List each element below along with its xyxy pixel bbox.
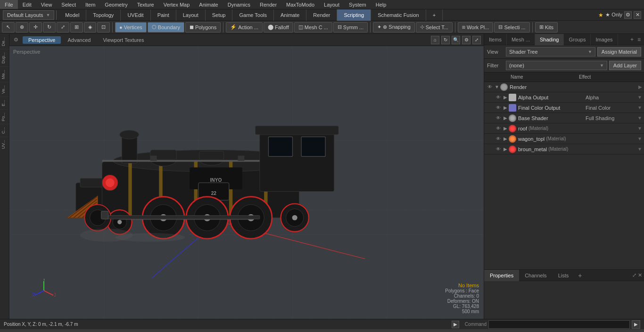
rp-tab-groups[interactable]: Groups (564, 34, 591, 45)
eye-broun[interactable]: 👁 (495, 146, 502, 153)
viewport-tab-advanced[interactable]: Advanced (62, 36, 96, 44)
menu-view[interactable]: View (36, 0, 57, 9)
wagon-arrow[interactable]: ▼ (637, 136, 642, 141)
rp-tab-items[interactable]: Items (484, 34, 507, 45)
broun-arrow[interactable]: ▼ (637, 146, 642, 152)
left-tab-uv[interactable]: UV... (0, 137, 9, 152)
layout-tab-gametools[interactable]: Game Tools (232, 9, 274, 21)
rpb-expand-btn[interactable]: ⤢ (632, 272, 636, 278)
expand-render[interactable]: ▼ (494, 84, 500, 90)
add-layer-btn[interactable]: Add Layer (609, 61, 641, 70)
shader-row-baseshader[interactable]: 👁 ▶ Base Shader Full Shading ▼ (484, 113, 644, 123)
eye-wagon[interactable]: 👁 (495, 135, 502, 143)
left-tab-po[interactable]: Po... (0, 109, 9, 124)
left-tab-c[interactable]: C... (0, 124, 9, 137)
boundary-btn[interactable]: ⬡ Boundary (148, 22, 184, 32)
layout-tab-animate[interactable]: Animate (274, 9, 306, 21)
baseshader-arrow[interactable]: ▼ (637, 115, 642, 121)
vp-expand-btn[interactable]: ⤢ (472, 36, 481, 44)
menu-texture[interactable]: Texture (132, 0, 159, 9)
alpha-arrow[interactable]: ▼ (637, 95, 642, 100)
layout-tab-topology[interactable]: Topology (86, 9, 121, 21)
viewport-tab-textures[interactable]: Viewport Textures (97, 36, 149, 44)
viewport-3d[interactable]: INYO 22 (9, 46, 484, 319)
vp-search-btn[interactable]: 🔍 (452, 36, 460, 44)
mesh-c-btn[interactable]: ◫ Mesh C ... (294, 22, 332, 32)
layout-tab-render[interactable]: Render (306, 9, 337, 21)
layout-tab-setup[interactable]: Setup (206, 9, 233, 21)
filter-dropdown[interactable]: (none) ▼ (506, 61, 607, 70)
eye-baseshader[interactable]: 👁 (495, 114, 502, 122)
rpb-tab-properties[interactable]: Properties (484, 270, 519, 281)
kits-btn[interactable]: ⊞ Kits (535, 22, 558, 32)
menu-select[interactable]: Select (57, 0, 81, 9)
expand-finalcolor[interactable]: ▶ (502, 105, 509, 111)
rp-tab-shading[interactable]: Shading (535, 34, 564, 45)
shader-row-wagon[interactable]: 👁 ▶ wagon_topl (Material) ▼ (484, 134, 644, 144)
tool-scale-btn[interactable]: ⤢ (57, 22, 69, 32)
tool-snap-btn[interactable]: ◈ (84, 22, 96, 32)
tool-select-btn[interactable]: ↖ (2, 22, 15, 32)
menu-geometry[interactable]: Geometry (100, 0, 132, 9)
left-tab-dup[interactable]: Dup... (0, 49, 9, 66)
command-go-btn[interactable]: ▶ (632, 320, 640, 329)
vp-rot-btn[interactable]: ↻ (441, 36, 450, 44)
tool-rot-btn[interactable]: ↻ (43, 22, 56, 32)
action-btn[interactable]: ⚡ Action ... (226, 22, 263, 32)
layout-tab-layout[interactable]: Layout (176, 9, 206, 21)
menu-system[interactable]: System (344, 0, 371, 9)
layout-tab-add[interactable]: + (426, 9, 443, 21)
rp-menu-btn[interactable]: ≡ (636, 36, 642, 43)
work-pl-btn[interactable]: ⧆ Work Pl... (458, 22, 493, 32)
finalcolor-arrow[interactable]: ▼ (637, 105, 642, 110)
viewport-settings-btn[interactable]: ⚙ (12, 36, 20, 44)
layout-close-btn[interactable]: ✕ (634, 11, 641, 19)
menu-layout[interactable]: Layout (319, 0, 344, 9)
snapping-btn[interactable]: ✦ ⊕ Snapping (373, 22, 415, 32)
tool-orbit-btn[interactable]: ⊕ (16, 22, 28, 32)
menu-animate[interactable]: Animate (194, 0, 223, 9)
tool-xfrm-btn[interactable]: ⊡ (97, 22, 110, 32)
shader-row-finalcolor[interactable]: 👁 ▶ Final Color Output Final Color ▼ (484, 103, 644, 113)
rpb-close-btn[interactable]: ✕ (638, 272, 642, 278)
left-tab-ve[interactable]: Ve... (0, 82, 9, 97)
menu-render[interactable]: Render (255, 0, 281, 9)
layout-tab-schematic[interactable]: Schematic Fusion (371, 9, 426, 21)
rpb-tab-lists[interactable]: Lists (553, 270, 575, 281)
menu-file[interactable]: File (0, 0, 18, 9)
menu-maxtomodo[interactable]: MaxToModo (281, 0, 319, 9)
left-tab-de[interactable]: De... (0, 34, 9, 49)
layout-tab-paint[interactable]: Paint (151, 9, 176, 21)
select-t-btn[interactable]: ⊹ Select T... (416, 22, 453, 32)
expand-wagon[interactable]: ▶ (502, 136, 509, 142)
bottom-expand-btn[interactable]: ▶ (452, 321, 459, 328)
symm-btn[interactable]: ⊟ Symm ... (333, 22, 368, 32)
roof-arrow[interactable]: ▼ (637, 126, 642, 131)
layout-tab-uvedit[interactable]: UVEdit (121, 9, 150, 21)
layout-settings-btn[interactable]: ⚙ (624, 11, 632, 19)
falloff-btn[interactable]: ⬤ Falloff (264, 22, 293, 32)
left-tab-me[interactable]: Me... (0, 66, 9, 82)
layout-tab-scripting[interactable]: Scripting (337, 9, 371, 21)
rp-tab-images[interactable]: Images (591, 34, 618, 45)
menu-vertex-map[interactable]: Vertex Map (159, 0, 195, 9)
command-input[interactable] (488, 320, 630, 329)
shader-row-roof[interactable]: 👁 ▶ roof (Material) ▼ (484, 123, 644, 134)
rp-add-btn[interactable]: + (629, 36, 635, 43)
menu-edit[interactable]: Edit (18, 0, 36, 9)
tool-transform-btn[interactable]: ⊞ (70, 22, 83, 32)
shader-row-alpha[interactable]: 👁 ▶ Alpha Output Alpha ▼ (484, 92, 644, 103)
expand-roof[interactable]: ▶ (502, 125, 509, 132)
eye-finalcolor[interactable]: 👁 (495, 104, 502, 112)
rpb-tab-channels[interactable]: Channels (519, 270, 552, 281)
expand-baseshader[interactable]: ▶ (502, 115, 509, 121)
menu-dynamics[interactable]: Dynamics (223, 0, 255, 9)
menu-help[interactable]: Help (371, 0, 391, 9)
tool-move-btn[interactable]: ✛ (29, 22, 42, 32)
viewport-tab-perspective[interactable]: Perspective (23, 36, 61, 44)
shader-row-render[interactable]: 👁 ▼ Render ▶ (484, 82, 644, 92)
eye-roof[interactable]: 👁 (495, 125, 502, 132)
selecti-btn[interactable]: ⊟ Selecti ... (494, 22, 529, 32)
view-dropdown[interactable]: Shader Tree ▼ (506, 47, 595, 57)
rp-tab-mesh[interactable]: Mesh ... (507, 34, 535, 45)
